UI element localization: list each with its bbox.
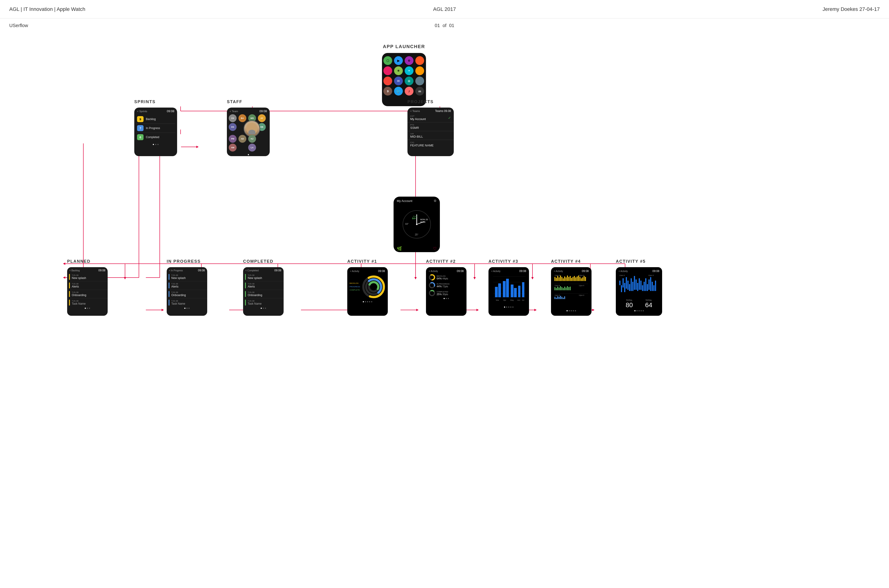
in-progress-task-list: TJS-38New splash TJS-38Alerts TJS-38Onbo… [167,273,207,307]
app-icon[interactable] [384,76,392,86]
planned-task-4[interactable]: TJS-38Task Name [67,298,108,307]
sprints-list: 9 Backlog 7 In Progress 6 Completed [134,114,177,142]
sprint-badge-backlog: 9 [137,116,143,122]
svg-rect-83 [495,287,498,297]
svg-rect-169 [652,282,653,291]
completed-task-4[interactable]: TJS-38Task Name [243,298,284,307]
app-icon[interactable]: ✿ [405,56,414,65]
bar-chart-svg: Mar Apr May Jun Jul [491,274,527,304]
sprint-item-completed[interactable]: 6 Completed [136,133,175,142]
central-watch-header: My Account ⚙ [394,196,440,204]
avatar-AW: AW [229,144,236,152]
project-item-my-account[interactable]: CXT My Account ✓ [408,114,454,122]
app-icon[interactable]: ⊕ [405,76,414,86]
svg-rect-115 [578,276,579,281]
app-icon[interactable]: ⬡ [384,56,392,65]
app-icon[interactable]: ▶ [394,56,403,65]
activity2-watch-screen: < Activity 09:08 BACKLOG 64% 44pts [426,267,466,316]
app-icon[interactable]: ♪ [405,87,414,96]
planned-task-3[interactable]: TJS-38Onboarding [67,290,108,298]
activity3-section: ACTIVITY #3 < Activity 09:08 [489,259,529,316]
inprogress-task-3[interactable]: TJS-38Onboarding [167,290,207,298]
svg-rect-130 [563,288,564,290]
svg-rect-152 [624,283,625,292]
app-icon[interactable] [415,66,424,75]
completed-task-3[interactable]: TJS-38Onboarding [243,290,284,298]
stat-label-completed: COMPLETED [437,291,448,293]
planned-dots [67,307,108,310]
svg-rect-128 [560,286,561,290]
project-item-midbill[interactable]: 144 MID-BILL [408,131,454,140]
sprint-item-inprogress[interactable]: 7 In Progress [136,124,175,133]
svg-rect-99 [556,278,557,281]
svg-rect-124 [555,287,555,290]
app-icon[interactable]: ❋ [394,66,403,75]
in-progress-back[interactable]: < In Progress [169,269,183,272]
app-icon[interactable] [415,56,424,65]
page-current: 01 [435,23,440,28]
total-val-1: 80 [626,302,633,309]
completed-dots [243,307,284,310]
staff-back[interactable]: < Team [230,110,238,112]
donut-completed [429,290,435,296]
activity5-back[interactable]: < Activity [618,270,628,273]
svg-rect-87 [511,285,513,297]
sprint-label-inprogress: In Progress [146,126,160,130]
svg-rect-168 [650,277,651,291]
task-id: TJS-38 [171,274,186,276]
central-watch-settings-icon[interactable]: ⚙ [434,199,437,202]
activity2-back[interactable]: < Activity [429,270,438,273]
project-title-my-account: My Account [410,117,426,121]
completed-back[interactable]: < Completed [245,269,259,272]
planned-task-2[interactable]: TJS-38Alerts [67,281,108,290]
svg-text:12am 6: 12am 6 [555,285,560,286]
activity3-back[interactable]: < Activity [491,270,501,273]
planned-back[interactable]: < Backlog [69,269,80,272]
sprint-item-backlog[interactable]: 9 Backlog [136,115,175,124]
dot [365,301,366,302]
staff-time: 09:08 [259,110,267,113]
svg-rect-157 [632,282,633,291]
projects-back[interactable]: < Teams [410,110,420,112]
activity1-back[interactable]: < Activity [350,270,359,273]
inprogress-task-2[interactable]: TJS-38Alerts [167,281,207,290]
task-bar-2 [69,282,70,288]
completed-time: 09:08 [274,269,281,272]
app-icon[interactable]: ✦ [405,66,414,75]
inprogress-task-4[interactable]: TJS-38Task Name [167,298,207,307]
activity4-back[interactable]: < Activity [554,270,563,273]
svg-rect-117 [581,278,582,281]
in-progress-section: IN PROGRESS < In Progress 09:08 TJS-38Ne… [167,259,207,316]
project-item-ssmr[interactable]: PT3 SSMR [408,122,454,131]
completed-header: < Completed 09:08 [243,267,284,273]
app-icon[interactable]: ✉ [394,76,403,86]
app-icon[interactable] [415,76,424,86]
app-icon[interactable]: 9 [384,87,392,96]
svg-rect-103 [561,277,563,281]
project-title-feature: FEATURE NAME [410,144,451,147]
svg-marker-53 [162,309,164,311]
svg-rect-88 [514,288,517,297]
dot [89,308,90,309]
task-bar [245,282,246,288]
activity4-section: ACTIVITY #4 < Activity 09:08 12am 6 12pm… [551,259,591,316]
app-icon[interactable]: m [415,87,424,96]
task-name: Task Name [171,302,185,305]
task-name: Onboarding [171,294,186,297]
activity5-chart: 12am 6 12pm 6 [617,273,661,298]
app-icon[interactable] [384,66,392,75]
inprogress-task-1[interactable]: TJS-38New splash [167,273,207,281]
project-item-feature[interactable]: CX1 FEATURE NAME [408,140,454,148]
staff-watch-header: < Team 09:08 [227,108,270,114]
completed-task-1[interactable]: TJS-38New splash [243,273,284,281]
app-icon[interactable]: 🐦 [394,87,403,96]
svg-rect-163 [642,285,643,291]
dot [187,308,188,309]
task-bar-1 [69,274,70,280]
completed-task-2[interactable]: TJS-38Alerts [243,281,284,290]
app-icon-grid: ⬡ ▶ ✿ ❋ ✦ ✉ ⊕ 9 🐦 ♪ m [384,56,424,96]
sprints-back[interactable]: < Sprints [137,110,147,112]
planned-task-1[interactable]: TJS-38New splash [67,273,108,281]
dot [188,308,190,309]
activity2-dots [427,297,465,300]
